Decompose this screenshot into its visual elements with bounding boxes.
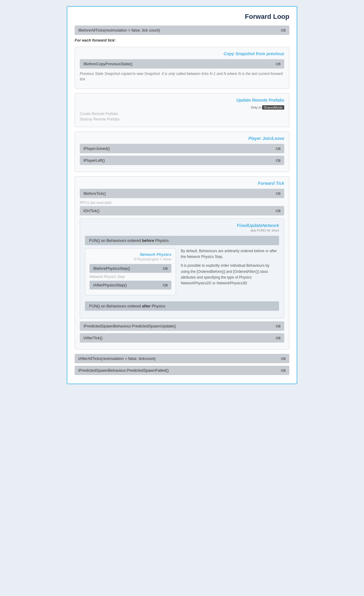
before-tick-cb: CB xyxy=(276,192,281,195)
before-tick-label: IBeforeTick() xyxy=(83,191,106,196)
fun-title: FixedUpdateNetwork xyxy=(85,223,279,228)
only-in-row: Only in SharedMode xyxy=(80,106,284,109)
fun-right-text-1: By default, Behaviours are arbitrarily o… xyxy=(181,248,279,260)
network-physics-subtitle: If PhysicsEngine != None xyxy=(89,257,171,261)
before-tick-row: IBeforeTick() CB xyxy=(80,189,284,198)
player-left-cb: CB xyxy=(276,159,281,162)
network-physics-step-text: Network Physics Step xyxy=(89,275,171,279)
on-tick-row: IOnTick() CB xyxy=(80,206,284,215)
fun-right-text-2: It is possible to explicitly order indiv… xyxy=(181,263,279,286)
before-physics-step-cb: CB xyxy=(163,267,168,270)
after-tick-cb: CB xyxy=(276,336,281,340)
network-physics-card: Network Physics If PhysicsEngine != None… xyxy=(85,248,176,295)
top-cb-label: IBeforeAllTicks(resimulation = false, ti… xyxy=(78,28,160,32)
after-all-ticks-cb: CB xyxy=(281,357,286,361)
before-physics-bar: FUN() on Behaviours ordered before Physi… xyxy=(85,236,279,245)
copy-snapshot-title: Copy Snapshot from previous xyxy=(80,51,284,56)
before-physics-bar-text: FUN() on Behaviours ordered before Physi… xyxy=(89,238,169,243)
destroy-remote-prefabs: Destroy Remote Prefabs xyxy=(80,117,284,121)
only-in-text: Only in xyxy=(251,106,261,109)
predicted-spawn-failed-label: IPredictedSpawnBehaviour.PredictedSpawnF… xyxy=(78,368,169,373)
forward-tick-section: Forward Tick IBeforeTick() CB RPCs are e… xyxy=(75,176,289,350)
network-physics-title: Network Physics xyxy=(89,252,171,257)
forward-tick-title: Forward Tick xyxy=(80,181,284,186)
main-container: Forward Loop IBeforeAllTicks(resimulatio… xyxy=(67,6,297,384)
predicted-spawn-update-cb: CB xyxy=(276,324,281,328)
player-joined-cb: CB xyxy=(276,147,281,151)
after-all-ticks-row: IAfterAllTicks(resimulation = false, tic… xyxy=(75,354,289,363)
player-joined-label: IPlayerJoined() xyxy=(83,146,110,151)
for-each-label: For each forward tick: xyxy=(75,38,289,42)
player-join-leave-title: Player Join/Leave xyxy=(80,136,284,141)
fun-subtitle: aka FUN() for short xyxy=(85,229,279,232)
player-left-label: IPlayerLeft() xyxy=(83,158,105,163)
before-copy-previous-state-label: IBeforeCopyPreviousState() xyxy=(83,62,133,66)
predicted-spawn-failed-row: IPredictedSpawnBehaviour.PredictedSpawnF… xyxy=(75,366,289,375)
copy-snapshot-section: Copy Snapshot from previous IBeforeCopyP… xyxy=(75,47,289,89)
after-tick-label: IAfterTick() xyxy=(83,336,103,340)
create-remote-prefabs: Create Remote Prefabs xyxy=(80,112,284,116)
top-cb-badge: CB xyxy=(281,29,286,32)
before-physics-step-label: IBeforePhysicsStep() xyxy=(93,266,130,271)
predicted-spawn-failed-cb: CB xyxy=(281,369,286,372)
shared-mode-badge: SharedMode xyxy=(262,105,284,110)
fun-right: By default, Behaviours are arbitrarily o… xyxy=(181,248,279,286)
on-tick-cb: CB xyxy=(276,209,281,213)
after-all-ticks-label: IAfterAllTicks(resimulation = false, tic… xyxy=(78,356,156,361)
fun-left: Network Physics If PhysicsEngine != None… xyxy=(85,248,176,298)
after-physics-bar: FUN() on Behaviours ordered after Physic… xyxy=(85,301,279,311)
update-remote-prefabs-section: Update Remote Prefabs Only in SharedMode… xyxy=(75,93,289,127)
page-title: Forward Loop xyxy=(75,13,289,21)
before-physics-step-row: IBeforePhysicsStep() CB xyxy=(89,264,171,273)
fun-inner-layout: Network Physics If PhysicsEngine != None… xyxy=(85,248,279,298)
on-tick-label: IOnTick() xyxy=(83,208,99,213)
predicted-spawn-update-label: IPredictedSpawnBehaviour.PredictedSpawnU… xyxy=(83,324,176,328)
player-join-leave-section: Player Join/Leave IPlayerJoined() CB IPl… xyxy=(75,131,289,172)
before-copy-previous-state-cb: CB xyxy=(276,62,281,66)
player-joined-row: IPlayerJoined() CB xyxy=(80,144,284,153)
after-tick-row: IAfterTick() CB xyxy=(80,333,284,343)
fun-section: FixedUpdateNetwork aka FUN() for short F… xyxy=(80,218,284,318)
after-physics-step-cb: CB xyxy=(163,283,168,287)
copy-snapshot-description: Previous State Snapshot copied to new Sn… xyxy=(80,71,284,82)
top-cb-bar: IBeforeAllTicks(resimulation = false, ti… xyxy=(75,25,289,35)
predicted-spawn-update-row: IPredictedSpawnBehaviour.PredictedSpawnU… xyxy=(80,321,284,331)
before-copy-previous-state-row: IBeforeCopyPreviousState() CB xyxy=(80,59,284,69)
player-left-row: IPlayerLeft() CB xyxy=(80,156,284,165)
rpc-text: RPCs are executed xyxy=(80,201,284,205)
after-physics-bar-text: FUN() on Behaviours ordered after Physic… xyxy=(89,304,165,308)
after-physics-step-row: IAfterPhysicsStep() CB xyxy=(89,281,171,290)
after-physics-step-label: IAfterPhysicsStep() xyxy=(93,283,127,287)
update-remote-prefabs-title: Update Remote Prefabs xyxy=(80,98,284,103)
